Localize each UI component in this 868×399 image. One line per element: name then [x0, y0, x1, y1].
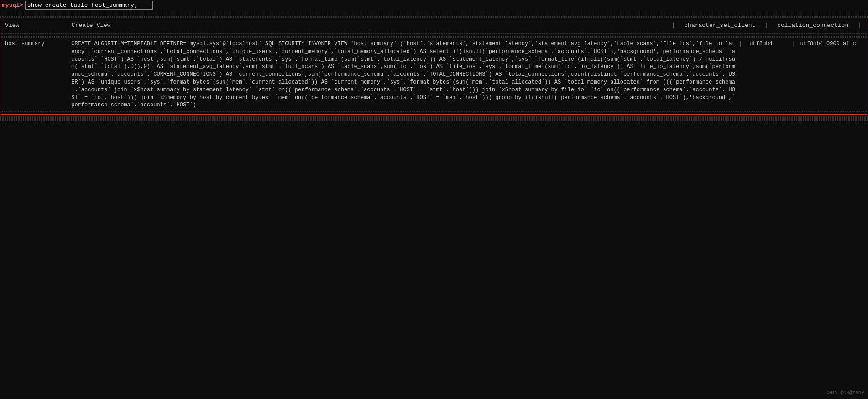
divider-6 — [0, 16, 868, 16]
terminal: mysql> View | Create View | character_se… — [0, 0, 868, 399]
command-input[interactable] — [25, 1, 153, 10]
sep-1: | — [66, 22, 70, 29]
row-div-3 — [1, 35, 867, 35]
divider-7 — [0, 16, 868, 17]
divider-b2 — [0, 117, 868, 118]
row-div-b1 — [1, 111, 867, 112]
divider-b3 — [0, 118, 868, 119]
sep-data-1: | — [66, 40, 69, 109]
divider-5 — [0, 15, 868, 15]
sep-3: | — [764, 22, 768, 29]
cell-view-name: host_summary — [5, 40, 64, 109]
header-charset: character_set_client — [677, 22, 763, 29]
divider-3 — [0, 13, 868, 13]
cell-create-statement: CREATE ALGORITHM=TEMPTABLE DEFINER=`mysq… — [71, 40, 737, 109]
table-row: host_summary | CREATE ALGORITHM=TEMPTABL… — [1, 39, 867, 110]
sep-2: | — [672, 22, 675, 29]
cell-charset: utf8mb4 — [744, 40, 790, 109]
sep-data-3: | — [791, 40, 795, 109]
divider-b9 — [0, 124, 868, 124]
divider-b5 — [0, 120, 868, 121]
cell-collation: utf8mb4_0900_ai_ci — [796, 40, 863, 109]
row-div-5 — [1, 37, 867, 38]
output-table: View | Create View | character_set_clien… — [1, 20, 867, 115]
divider-b10 — [0, 125, 868, 125]
divider-b1 — [0, 116, 868, 117]
watermark: CSDN @CS@zeny — [825, 390, 864, 395]
header-collation: collation_connection — [770, 22, 856, 29]
header-view: View — [5, 22, 64, 29]
divider-8 — [0, 17, 868, 18]
divider-b4 — [0, 119, 868, 120]
row-div-b2 — [1, 113, 867, 113]
sep-4: | — [858, 22, 861, 29]
divider-b6 — [0, 121, 868, 121]
divider-2 — [0, 12, 868, 12]
table-header: View | Create View | character_set_clien… — [1, 20, 867, 31]
divider-b8 — [0, 123, 868, 123]
row-div-1 — [1, 32, 867, 32]
divider-1 — [0, 11, 868, 11]
row-div-2 — [1, 33, 867, 34]
header-create-view: Create View — [72, 22, 670, 29]
divider-b7 — [0, 122, 868, 122]
divider-4 — [0, 14, 868, 14]
prompt-label: mysql> — [2, 2, 23, 9]
row-div-4 — [1, 36, 867, 37]
sep-data-2: | — [739, 40, 742, 109]
prompt-line: mysql> — [0, 0, 868, 10]
